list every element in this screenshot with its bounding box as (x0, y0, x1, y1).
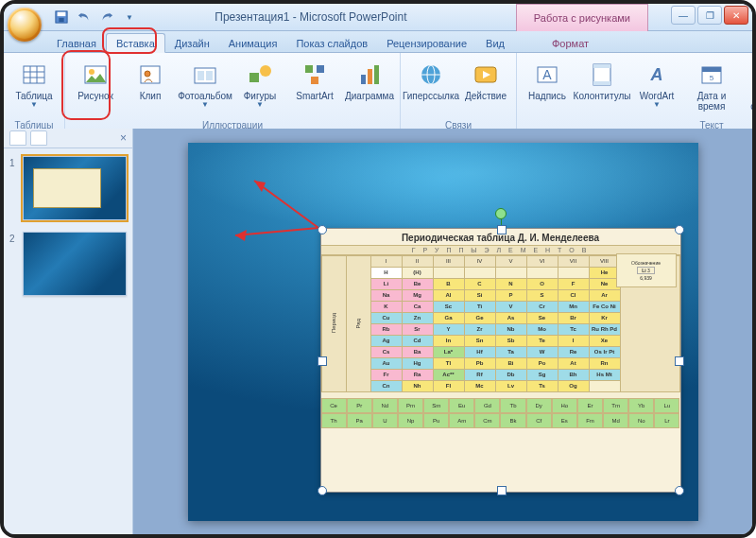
гиперссылка-icon (416, 60, 446, 90)
tab-вид[interactable]: Вид (476, 34, 514, 52)
svg-marker-43 (254, 181, 266, 192)
redo-icon[interactable] (98, 9, 115, 26)
resize-handle-sw[interactable] (318, 486, 327, 495)
tab-дизайн[interactable]: Дизайн (165, 34, 219, 52)
ribbon-таблица-button[interactable]: Таблица▼ (8, 57, 60, 119)
slide-thumbnail-panel: × 12 (4, 129, 133, 534)
tab-рецензирование[interactable]: Рецензирование (377, 34, 476, 52)
group-illustrations: РисунокКлипФотоальбом▼Фигуры▼SmartArtДиа… (65, 53, 401, 130)
таблица-icon (19, 60, 49, 90)
resize-handle-n[interactable] (497, 225, 507, 234)
slide-number: 2 (9, 232, 19, 296)
ribbon-smartart-button[interactable]: SmartArt (288, 57, 341, 119)
contextual-tab-title: Работа с рисунками (516, 4, 648, 31)
slide-canvas[interactable]: Периодическая таблица Д. И. Менделеева Г… (133, 129, 752, 534)
resize-handle-nw[interactable] (318, 225, 327, 234)
ribbon-button-label: Дата и время (686, 91, 737, 112)
window-title: Презентация1 - Microsoft PowerPoint (215, 10, 406, 24)
svg-rect-3 (24, 66, 44, 83)
rotate-handle[interactable] (495, 208, 507, 219)
save-icon[interactable] (53, 9, 70, 26)
tab-формат[interactable]: Формат (542, 34, 598, 52)
tab-вставка[interactable]: Вставка (106, 33, 165, 53)
ribbon-wordart-button[interactable]: AWordArt▼ (630, 57, 683, 119)
номер слайда-icon: # (751, 60, 756, 90)
ribbon-button-label: Гиперссылка (403, 91, 459, 101)
ribbon-фотоальбом-button[interactable]: Фотоальбом▼ (179, 57, 232, 119)
ribbon: Таблица▼ТаблицыРисунокКлипФотоальбом▼Фиг… (4, 53, 752, 131)
svg-rect-21 (368, 69, 372, 84)
ribbon-действие-button[interactable]: Действие (459, 57, 512, 119)
resize-handle-ne[interactable] (675, 225, 684, 234)
ribbon-button-label: Рисунок (77, 91, 113, 101)
svg-rect-31 (593, 81, 610, 85)
svg-rect-14 (206, 71, 213, 80)
ribbon-колонтитулы-button[interactable]: Колонтитулы (576, 57, 628, 119)
quick-access-toolbar: ▼ (53, 9, 138, 26)
клип-icon (135, 60, 165, 90)
group-links: ГиперссылкаДействиеСвязи (401, 53, 517, 130)
ribbon-номер слайда-button[interactable]: #Номер слайда (740, 57, 756, 119)
svg-rect-1 (58, 12, 66, 16)
svg-text:A: A (650, 65, 663, 84)
slide-thumbnail[interactable] (23, 232, 127, 296)
svg-line-42 (254, 181, 318, 228)
qat-dropdown-icon[interactable]: ▼ (121, 9, 138, 26)
svg-rect-15 (249, 73, 259, 82)
ribbon-tabs: ГлавнаяВставкаДизайнАнимацияПоказ слайдо… (4, 31, 752, 53)
фигуры-icon (245, 60, 275, 90)
resize-handle-w[interactable] (318, 356, 327, 366)
svg-rect-30 (593, 64, 610, 68)
ribbon-button-label: Номер слайда (741, 91, 756, 112)
дата и время-icon: 5 (696, 60, 727, 90)
slide: Периодическая таблица Д. И. Менделеева Г… (188, 143, 698, 521)
close-button[interactable]: ✕ (724, 6, 748, 25)
tab-главная[interactable]: Главная (47, 34, 106, 52)
close-panel-icon[interactable]: × (120, 131, 127, 145)
resize-handle-e[interactable] (675, 356, 684, 366)
tab-показ слайдов[interactable]: Показ слайдов (286, 34, 377, 52)
рисунок-icon (80, 60, 111, 90)
ribbon-дата и время-button[interactable]: 5Дата и время (685, 57, 738, 119)
svg-rect-34 (702, 67, 721, 72)
svg-rect-2 (59, 18, 63, 22)
svg-text:A: A (542, 67, 552, 82)
inserted-picture[interactable]: Периодическая таблица Д. И. Менделеева Г… (320, 228, 681, 493)
фотоальбом-icon (190, 60, 220, 90)
svg-rect-18 (317, 65, 324, 73)
ribbon-надпись-button[interactable]: AНадпись (521, 57, 574, 119)
ribbon-button-label: Колонтитулы (574, 91, 631, 101)
group-text: AНадписьКолонтитулыAWordArt▼5Дата и врем… (517, 53, 756, 130)
office-button[interactable] (8, 8, 42, 42)
slide-thumbnail[interactable] (23, 156, 127, 220)
ribbon-button-label: Действие (465, 91, 507, 101)
minimize-button[interactable]: — (671, 6, 696, 25)
ribbon-button-label: SmartArt (296, 91, 333, 101)
undo-icon[interactable] (76, 9, 93, 26)
ribbon-гиперссылка-button[interactable]: Гиперссылка (404, 57, 457, 119)
svg-point-9 (89, 69, 94, 75)
title-bar: ▼ Презентация1 - Microsoft PowerPoint Ра… (4, 4, 752, 31)
надпись-icon: A (532, 60, 562, 90)
svg-rect-17 (305, 65, 313, 73)
действие-icon (471, 60, 501, 90)
svg-point-11 (145, 71, 150, 77)
resize-handle-se[interactable] (675, 486, 684, 495)
ribbon-диаграмма-button[interactable]: Диаграмма (343, 57, 396, 119)
svg-rect-19 (311, 77, 318, 84)
maximize-button[interactable]: ❐ (697, 6, 722, 25)
ribbon-клип-button[interactable]: Клип (124, 57, 177, 119)
smartart-icon (300, 60, 330, 90)
svg-marker-45 (235, 230, 247, 241)
tab-анимация[interactable]: Анимация (219, 34, 287, 52)
outline-tab-icon[interactable] (30, 130, 47, 146)
picture-legend: Обозначение Li 3 6,939 (616, 253, 677, 287)
slide-number: 1 (9, 156, 19, 220)
ribbon-фигуры-button[interactable]: Фигуры▼ (233, 57, 286, 119)
ribbon-button-label: Клип (140, 91, 162, 101)
ribbon-рисунок-button[interactable]: Рисунок (69, 57, 122, 119)
slides-tab-icon[interactable] (9, 130, 26, 146)
диаграмма-icon (354, 60, 385, 90)
resize-handle-s[interactable] (497, 486, 507, 495)
ribbon-button-label: Диаграмма (345, 91, 394, 101)
